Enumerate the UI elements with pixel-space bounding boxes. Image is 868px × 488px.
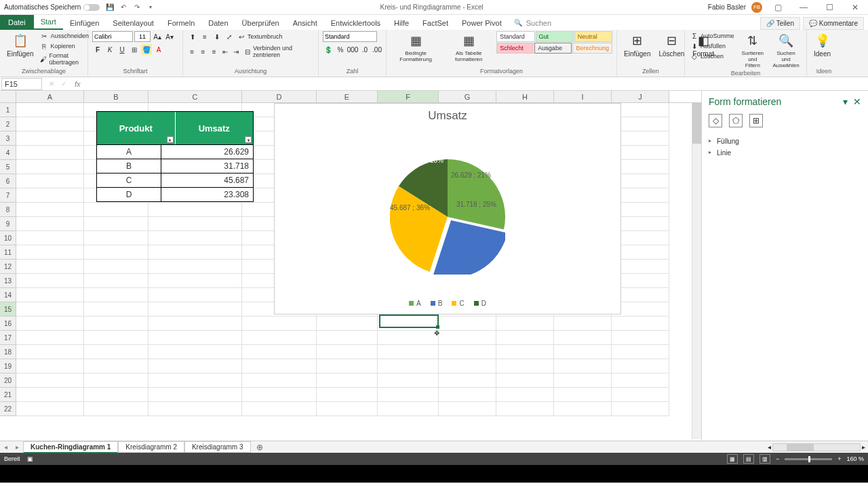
- comments-button[interactable]: 💬 Kommentare: [803, 17, 864, 30]
- style-schlecht[interactable]: Schlecht: [496, 43, 534, 54]
- conditional-format-button[interactable]: ▦Bedingte Formatierung: [391, 31, 441, 64]
- formula-input[interactable]: [83, 78, 868, 90]
- percent-icon[interactable]: %: [335, 44, 346, 55]
- cell-styles[interactable]: Standard Gut Neutral Schlecht Ausgabe Be…: [496, 31, 612, 54]
- fx-icon[interactable]: fx: [72, 80, 83, 88]
- insert-cells-button[interactable]: ⊞Einfügen: [621, 31, 653, 59]
- col-header[interactable]: A: [16, 91, 84, 102]
- add-sheet-icon[interactable]: ⊕: [251, 443, 269, 452]
- paste-button[interactable]: 📋 Einfügen: [4, 31, 36, 59]
- find-select-button[interactable]: 🔍Suchen und Auswählen: [770, 31, 802, 70]
- orientation-icon[interactable]: ⤢: [224, 31, 235, 42]
- row-header[interactable]: 20: [0, 373, 16, 388]
- bold-button[interactable]: F: [92, 44, 103, 55]
- zoom-slider[interactable]: [785, 458, 832, 460]
- accept-formula-icon[interactable]: ✓: [58, 79, 69, 89]
- col-header[interactable]: I: [554, 91, 612, 102]
- worksheet[interactable]: A B C D E F G H I J 12345678910111213141…: [0, 91, 701, 441]
- indent-right-icon[interactable]: ⇥: [231, 46, 241, 57]
- user-avatar[interactable]: FB: [751, 2, 762, 13]
- sheet-tab[interactable]: Kuchen-Ringdiagramm 1: [23, 441, 118, 453]
- cancel-formula-icon[interactable]: ✕: [46, 79, 57, 89]
- delete-cells-button[interactable]: ⊟Löschen: [656, 31, 687, 59]
- horizontal-scrollbar[interactable]: [772, 443, 861, 451]
- view-normal-icon[interactable]: ▦: [727, 454, 738, 464]
- sort-filter-button[interactable]: ⇅Sortieren und Filtern: [738, 31, 768, 70]
- inc-decimal-icon[interactable]: .0: [359, 44, 370, 55]
- sheet-nav-prev-icon[interactable]: ◂: [0, 443, 12, 451]
- share-button[interactable]: 🔗 Teilen: [760, 17, 800, 30]
- hscroll-right-icon[interactable]: ▸: [862, 443, 865, 451]
- tab-ueberpruefen[interactable]: Überprüfen: [235, 16, 286, 30]
- row-header[interactable]: 9: [0, 217, 16, 231]
- tab-einfuegen[interactable]: Einfügen: [63, 16, 106, 30]
- view-layout-icon[interactable]: ▤: [743, 454, 754, 464]
- clear-button[interactable]: ◇Löschen: [689, 52, 736, 61]
- row-header[interactable]: 18: [0, 345, 16, 359]
- align-center-icon[interactable]: ≡: [198, 46, 208, 57]
- italic-button[interactable]: K: [104, 44, 115, 55]
- filter-icon[interactable]: ▾: [245, 136, 252, 143]
- zoom-in-icon[interactable]: +: [837, 455, 841, 462]
- name-box[interactable]: F15: [1, 78, 42, 90]
- number-format-select[interactable]: [323, 31, 377, 42]
- tab-start[interactable]: Start: [34, 15, 63, 30]
- redo-icon[interactable]: ↷: [132, 3, 142, 12]
- currency-icon[interactable]: 💲: [323, 44, 334, 55]
- tab-formeln[interactable]: Formeln: [161, 16, 201, 30]
- pie-chart[interactable]: Umsatz 23.308 ; 18% 26.629 ; 21% 31.718 …: [274, 103, 621, 314]
- merge-button[interactable]: ⊟Verbinden und zentrieren: [242, 44, 314, 59]
- search-box[interactable]: Suchen: [514, 16, 558, 30]
- font-name-select[interactable]: [92, 31, 133, 42]
- autosave-toggle[interactable]: Automatisches Speichern: [4, 3, 100, 11]
- style-ausgabe[interactable]: Ausgabe: [534, 43, 572, 54]
- sheet-tab[interactable]: Kreisdiagramm 3: [184, 441, 251, 453]
- row-header[interactable]: 3: [0, 131, 16, 146]
- col-header[interactable]: C: [149, 91, 242, 102]
- style-berechnung[interactable]: Berechnung: [572, 43, 612, 54]
- table-row[interactable]: D23.308: [97, 187, 253, 201]
- undo-icon[interactable]: ↶: [119, 3, 128, 12]
- underline-button[interactable]: U: [117, 44, 127, 55]
- autosum-button[interactable]: ΣAutoSumme: [689, 31, 736, 41]
- fill-line-tab-icon[interactable]: ◇: [709, 114, 722, 127]
- cut-button[interactable]: ✂Ausschneiden: [39, 31, 90, 41]
- view-pagebreak-icon[interactable]: ▥: [760, 454, 770, 464]
- indent-left-icon[interactable]: ⇤: [220, 46, 230, 57]
- border-button[interactable]: ⊞: [129, 44, 140, 55]
- tab-daten[interactable]: Daten: [201, 16, 235, 30]
- tab-factset[interactable]: FactSet: [416, 16, 455, 30]
- col-header[interactable]: J: [612, 91, 669, 102]
- align-right-icon[interactable]: ≡: [210, 46, 219, 57]
- row-header[interactable]: 15: [0, 302, 16, 317]
- copy-button[interactable]: ⎘Kopieren: [39, 41, 90, 51]
- tab-entwicklertools[interactable]: Entwicklertools: [324, 16, 387, 30]
- font-size-select[interactable]: [134, 31, 151, 42]
- style-gut[interactable]: Gut: [536, 31, 574, 42]
- table-row[interactable]: C45.687: [97, 173, 253, 187]
- effects-tab-icon[interactable]: ⬠: [729, 114, 743, 127]
- tab-ansicht[interactable]: Ansicht: [286, 16, 324, 30]
- row-header[interactable]: 4: [0, 146, 16, 160]
- select-all-corner[interactable]: [0, 91, 16, 102]
- filter-icon[interactable]: ▾: [167, 136, 174, 143]
- decrease-font-icon[interactable]: A▾: [164, 31, 175, 42]
- col-header[interactable]: B: [84, 91, 149, 102]
- fill-color-button[interactable]: 🪣: [141, 44, 152, 55]
- maximize-icon[interactable]: ☐: [819, 1, 840, 14]
- fill-button[interactable]: ⬇Ausfüllen: [689, 41, 736, 51]
- zoom-level[interactable]: 160 %: [846, 455, 864, 462]
- zoom-out-icon[interactable]: −: [776, 455, 779, 462]
- close-icon[interactable]: ✕: [845, 1, 865, 14]
- col-header[interactable]: D: [242, 91, 317, 102]
- row-header[interactable]: 11: [0, 245, 16, 260]
- align-top-icon[interactable]: ⬆: [187, 31, 198, 42]
- row-header[interactable]: 1: [0, 103, 16, 117]
- row-header[interactable]: 10: [0, 231, 16, 245]
- ideas-button[interactable]: 💡Ideen: [811, 31, 833, 59]
- align-bottom-icon[interactable]: ⬇: [212, 31, 222, 42]
- row-header[interactable]: 6: [0, 174, 16, 188]
- save-icon[interactable]: 💾: [105, 3, 115, 12]
- format-painter-button[interactable]: 🖌Format übertragen: [39, 52, 90, 66]
- align-left-icon[interactable]: ≡: [187, 46, 197, 57]
